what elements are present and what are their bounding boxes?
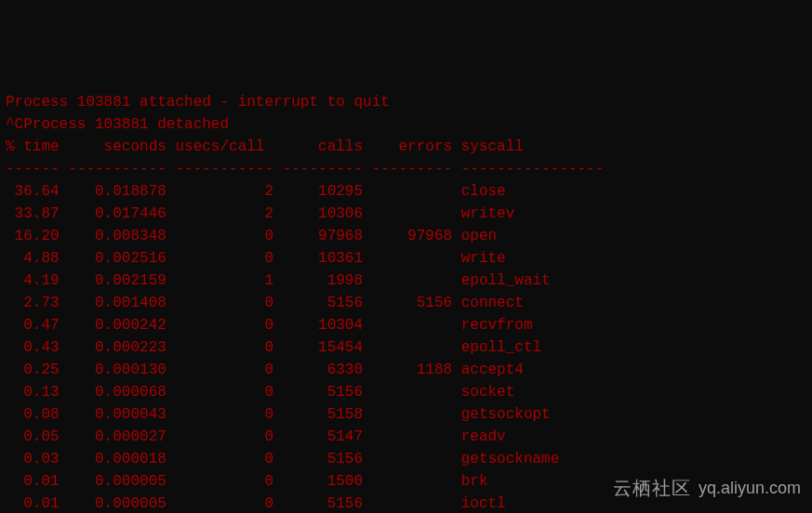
table-row: 0.47 0.000242 0 10304 recvfrom [6, 314, 806, 336]
process-detached-line: ^CProcess 103881 detached [6, 113, 806, 136]
table-row: 4.88 0.002516 0 10361 write [6, 247, 806, 270]
table-row: 0.03 0.000018 0 5156 getsockname [6, 448, 806, 470]
table-row: 0.25 0.000130 0 6330 1188 accept4 [6, 359, 806, 381]
table-row: 0.01 0.000005 0 5156 ioctl [6, 493, 806, 513]
table-row: 4.19 0.002159 1 1998 epoll_wait [6, 270, 806, 292]
terminal-output: Process 103881 attached - interrupt to q… [6, 91, 806, 513]
table-row: 0.43 0.000223 0 15454 epoll_ctl [6, 336, 806, 359]
table-row: 16.20 0.008348 0 97968 97968 open [6, 225, 806, 247]
table-row: 0.13 0.000068 0 5156 socket [6, 381, 806, 403]
table-row: 36.64 0.018878 2 10295 close [6, 180, 806, 203]
table-row: 2.73 0.001408 0 5156 5156 connect [6, 292, 806, 314]
table-row: 0.05 0.000027 0 5147 readv [6, 426, 806, 448]
table-row: 0.01 0.000005 0 1500 brk [6, 470, 806, 493]
table-row: 0.08 0.000043 0 5158 getsockopt [6, 403, 806, 426]
table-row: 33.87 0.017446 2 10306 writev [6, 203, 806, 225]
separator: ------ ----------- ----------- ---------… [6, 158, 806, 180]
process-attached-line: Process 103881 attached - interrupt to q… [6, 91, 806, 113]
table-header: % time seconds usecs/call calls errors s… [6, 136, 806, 158]
